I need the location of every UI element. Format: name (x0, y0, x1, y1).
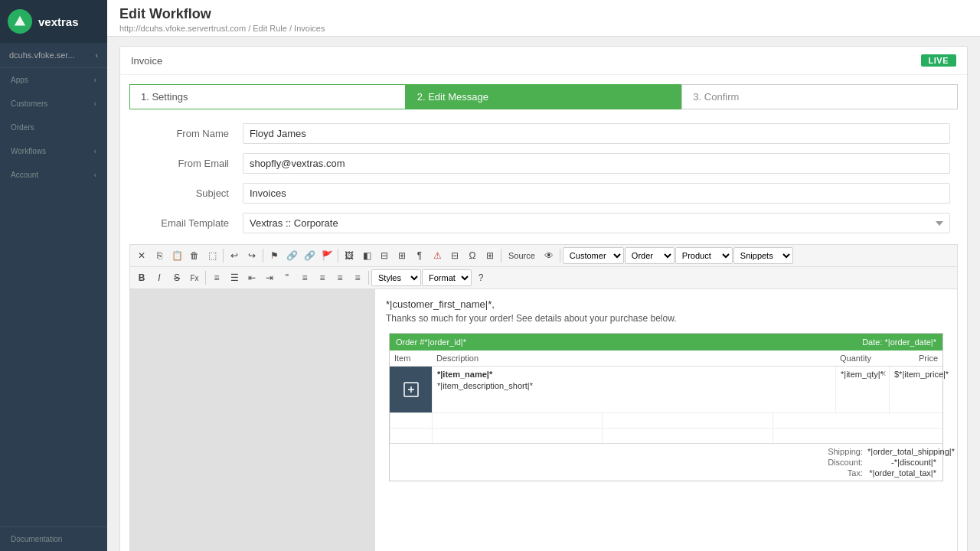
toolbar-warn-btn[interactable]: ⚠ (429, 247, 446, 264)
order-dropdown[interactable]: Order (625, 247, 675, 264)
toolbar-indent-right-btn[interactable]: ⇥ (261, 269, 278, 286)
toolbar-redo-btn[interactable]: ↪ (243, 247, 260, 264)
col-price-header: Price (889, 354, 942, 363)
toolbar-image-btn[interactable]: 🖼 (341, 247, 358, 264)
step-confirm[interactable]: 3. Confirm (681, 84, 958, 109)
item-image (390, 367, 432, 412)
styles-dropdown[interactable]: Styles (371, 269, 421, 286)
close-icon[interactable]: x (882, 368, 887, 377)
form-row-from-name: From Name (129, 119, 958, 148)
logo-text: vextras (38, 15, 79, 28)
discount-val: -*|discount|* (867, 458, 936, 467)
snippets-dropdown[interactable]: Snippets (733, 247, 793, 264)
invoice-empty-row-2 (390, 429, 942, 444)
email-template-select[interactable]: Vextras :: Corporate (243, 213, 950, 233)
toolbar-link-btn[interactable]: 🔗 (283, 247, 300, 264)
sidebar-item-label: Apps (11, 76, 28, 84)
format-dropdown[interactable]: Format (422, 269, 472, 286)
toolbar-cut-btn[interactable]: ✕ (133, 247, 150, 264)
total-discount-row: Discount: -*|discount|* (802, 458, 936, 467)
toolbar-italic-btn[interactable]: I (151, 269, 168, 286)
toolbar-undo-btn[interactable]: ↩ (226, 247, 243, 264)
server-chevron-icon: ‹ (96, 51, 98, 60)
item-qty: x *|item_qty|* (835, 367, 889, 412)
toolbar-align-r-btn[interactable]: ≡ (332, 269, 348, 286)
sidebar: vextras dcuhs.vfoke.ser... ‹ Apps ‹ Cust… (0, 0, 107, 551)
toolbar-quote-btn[interactable]: " (279, 269, 296, 286)
invoice-item-row: *|item_name|* *|item_description_short|*… (390, 367, 942, 413)
source-btn[interactable]: Source (504, 247, 540, 264)
toolbar-align-j-btn[interactable]: ≡ (349, 269, 366, 286)
sidebar-item-label: Documentation (11, 535, 62, 543)
col-qty-header: Quantity (835, 354, 889, 363)
live-badge: LIVE (921, 54, 956, 67)
email-template-label: Email Template (129, 208, 237, 238)
content-area: Invoice LIVE 1. Settings 2. Edit Message… (107, 37, 980, 551)
toolbar-paste-btn[interactable]: 📋 (168, 247, 185, 264)
toolbar-eye-btn[interactable]: 👁 (541, 247, 557, 264)
toolbar-ul-btn[interactable]: ☰ (226, 269, 243, 286)
toolbar-bold-btn[interactable]: B (133, 269, 150, 286)
toolbar-block-btn[interactable]: ⬚ (204, 247, 220, 264)
sidebar-item-workflows[interactable]: Workflows ‹ (0, 139, 107, 163)
toolbar-align-l-btn[interactable]: ≡ (296, 269, 313, 286)
toolbar-formula-btn[interactable]: Fx (186, 269, 203, 286)
sidebar-server[interactable]: dcuhs.vfoke.ser... ‹ (0, 43, 107, 68)
item-details: *|item_name|* *|item_description_short|* (432, 367, 835, 412)
sidebar-item-account[interactable]: Account ‹ (0, 163, 107, 187)
sidebar-item-customers[interactable]: Customers ‹ (0, 92, 107, 116)
toolbar-grid-btn[interactable]: ⊞ (394, 247, 410, 264)
from-name-input[interactable] (243, 123, 950, 144)
item-qty-value: *|item_qty|* (841, 370, 884, 379)
customer-dropdown[interactable]: Customer (563, 247, 624, 264)
toolbar-strike-btn[interactable]: S (168, 269, 185, 286)
toolbar-separator (263, 249, 263, 262)
total-shipping-row: Shipping: *|order_total_shipping|* (802, 447, 936, 456)
toolbar-link2-btn[interactable]: 🔗 (301, 247, 318, 264)
col-desc-header: Description (432, 354, 835, 363)
card-body: 1. Settings 2. Edit Message 3. Confirm F… (120, 84, 967, 551)
product-dropdown[interactable]: Product (675, 247, 733, 264)
sidebar-chevron-icon: ‹ (94, 99, 96, 108)
toolbar-para-btn[interactable]: ¶ (411, 247, 428, 264)
toolbar-separator (205, 271, 206, 285)
toolbar-grid2-btn[interactable]: ⊞ (482, 247, 498, 264)
toolbar-flag-btn[interactable]: ⚑ (266, 247, 283, 264)
sidebar-item-label: Workflows (11, 147, 46, 155)
toolbar-block2-btn[interactable]: ⊟ (446, 247, 463, 264)
toolbar-align-c-btn[interactable]: ≡ (314, 269, 331, 286)
invoice-col-headers: Item Description Quantity Price (390, 350, 942, 367)
sidebar-chevron-icon: ‹ (94, 147, 96, 155)
toolbar-separator (368, 271, 369, 285)
order-id-header: Order #*|order_id|* (396, 337, 466, 347)
sidebar-item-apps[interactable]: Apps ‹ (0, 68, 107, 92)
invoice-header-row: Order #*|order_id|* Date: *|order_date|* (390, 334, 942, 350)
toolbar-ol-btn[interactable]: ≡ (208, 269, 225, 286)
breadcrumb-domain[interactable]: http://dcuhs.vfoke.servertrust.com (119, 24, 246, 33)
toolbar-help-btn[interactable]: ? (472, 269, 489, 286)
editor-right-panel[interactable]: *|customer_first_name|*, Thanks so much … (375, 289, 957, 551)
from-email-input[interactable] (243, 153, 950, 174)
card-title: Invoice (131, 55, 162, 67)
sidebar-item-documentation[interactable]: Documentation (0, 527, 107, 551)
from-email-label: From Email (129, 148, 237, 178)
toolbar-indent-left-btn[interactable]: ⇤ (243, 269, 260, 286)
invoice-preview-table: Order #*|order_id|* Date: *|order_date|*… (389, 333, 943, 481)
toolbar-omega-btn[interactable]: Ω (464, 247, 481, 264)
step-edit-message[interactable]: 2. Edit Message (406, 84, 682, 109)
toolbar-flag2-btn[interactable]: 🚩 (318, 247, 335, 264)
subject-input[interactable] (243, 183, 950, 204)
toolbar-table-btn[interactable]: ⊟ (376, 247, 393, 264)
step-label: 3. Confirm (693, 91, 739, 103)
step-settings[interactable]: 1. Settings (129, 84, 406, 109)
form-row-subject: Subject (129, 178, 958, 208)
sidebar-bottom: Documentation (0, 527, 107, 551)
toolbar-align-left-btn[interactable]: ◧ (358, 247, 375, 264)
sidebar-item-orders[interactable]: Orders (0, 116, 107, 139)
toolbar-separator (560, 249, 560, 262)
svg-marker-0 (15, 16, 25, 26)
toolbar-delete-btn[interactable]: 🗑 (186, 247, 203, 264)
breadcrumb-edit-rule[interactable]: Edit Rule (253, 24, 287, 33)
steps-container: 1. Settings 2. Edit Message 3. Confirm (129, 84, 958, 109)
toolbar-copy-btn[interactable]: ⎘ (151, 247, 168, 264)
